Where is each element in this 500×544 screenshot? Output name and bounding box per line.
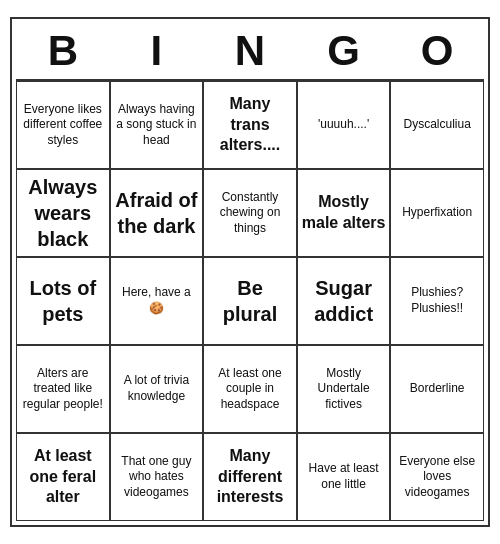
cell-1-2: Constantly chewing on things (203, 169, 297, 257)
cell-1-3: Mostly male alters (297, 169, 391, 257)
cell-3-4: Borderline (390, 345, 484, 433)
cell-1-4: Hyperfixation (390, 169, 484, 257)
cell-4-4: Everyone else loves videogames (390, 433, 484, 521)
cell-0-3: 'uuuuh....' (297, 81, 391, 169)
cell-0-0: Everyone likes different coffee styles (16, 81, 110, 169)
header-letter-I: I (110, 23, 204, 79)
cell-2-0: Lots of pets (16, 257, 110, 345)
cell-2-4: Plushies? Plushies!! (390, 257, 484, 345)
header-letter-B: B (16, 23, 110, 79)
cell-3-3: Mostly Undertale fictives (297, 345, 391, 433)
cell-2-2: Be plural (203, 257, 297, 345)
bingo-card: BINGO Everyone likes different coffee st… (10, 17, 490, 527)
cell-0-1: Always having a song stuck in head (110, 81, 204, 169)
bingo-grid: Everyone likes different coffee stylesAl… (16, 79, 484, 521)
cell-3-2: At least one couple in headspace (203, 345, 297, 433)
cell-4-3: Have at least one little (297, 433, 391, 521)
cell-4-0: At least one feral alter (16, 433, 110, 521)
cell-3-0: Alters are treated like regular people! (16, 345, 110, 433)
bingo-header: BINGO (16, 23, 484, 79)
cell-4-1: That one guy who hates videogames (110, 433, 204, 521)
header-letter-N: N (203, 23, 297, 79)
header-letter-O: O (390, 23, 484, 79)
cell-2-3: Sugar addict (297, 257, 391, 345)
cell-1-0: Always wears black (16, 169, 110, 257)
cell-1-1: Afraid of the dark (110, 169, 204, 257)
cell-0-4: Dyscalculiua (390, 81, 484, 169)
cell-3-1: A lot of trivia knowledge (110, 345, 204, 433)
cell-4-2: Many different interests (203, 433, 297, 521)
cell-0-2: Many trans alters.... (203, 81, 297, 169)
cell-2-1: Here, have a 🍪 (110, 257, 204, 345)
header-letter-G: G (297, 23, 391, 79)
